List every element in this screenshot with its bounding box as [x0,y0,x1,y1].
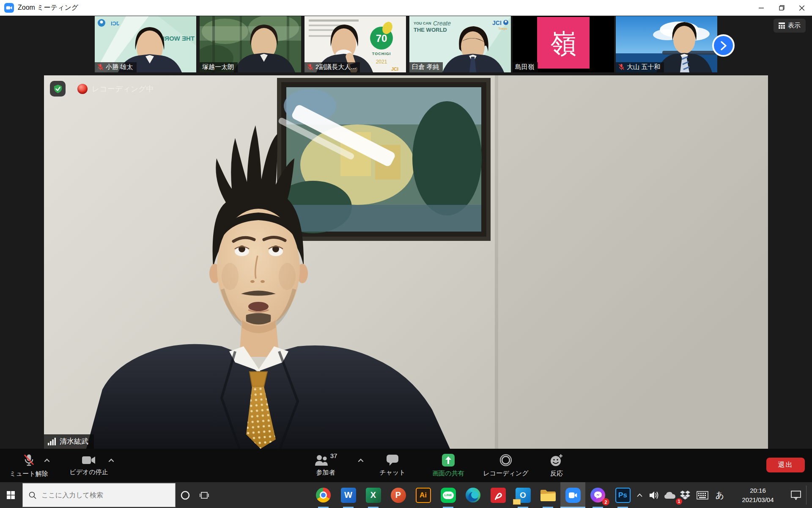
keyboard-icon [697,491,708,500]
restore-button[interactable] [771,0,792,16]
recording-indicator-dot [77,84,88,94]
main-speaker-video: レコーディング中 清水紘武 [44,75,768,449]
windows-taskbar: W X P Ai LINE O [0,482,812,508]
close-button[interactable] [792,0,812,16]
show-desktop-divider[interactable] [806,486,807,505]
windows-logo-icon [7,491,15,499]
clock-date: 2021/03/04 [742,495,774,505]
taskbar-app-messenger[interactable]: 2 [585,482,610,508]
muted-mic-icon [97,64,104,71]
participant-tile-fukugicho[interactable]: 70 TOCHIGI 2021 JCI 2副議長大人... [304,16,406,72]
minimize-button[interactable] [751,0,771,16]
banner-line1: YOU CAN [414,21,431,25]
taskbar-app-edge[interactable] [461,482,486,508]
acrobat-glyph [493,490,504,501]
window-titlebar: Zoom ミーティング [0,0,812,16]
taskbar-app-line[interactable]: LINE [436,482,461,508]
record-button[interactable]: レコーディング [476,449,535,482]
camera-icon [82,455,96,465]
avatar-character: 嶺 [550,29,576,58]
speaker-icon [650,491,660,500]
zoom-meeting-content: JCI THE WORLD 小勝 雄太 [0,16,812,449]
taskbar-app-excel[interactable]: X [361,482,386,508]
muted-mic-icon [618,64,625,71]
reactions-button[interactable]: 反応 [527,449,586,482]
start-button[interactable] [0,482,21,508]
muted-mic-icon [307,64,313,71]
taskbar-app-photoshop[interactable]: Ps [610,482,635,508]
chevron-right-icon [720,41,727,50]
action-center-button[interactable] [787,482,804,508]
zoom-camera-glyph [569,492,577,499]
participant-filmstrip: JCI THE WORLD 小勝 雄太 [0,16,812,74]
taskbar-search[interactable] [22,483,176,507]
tray-touch-keyboard-icon[interactable] [694,482,711,508]
task-view-button[interactable] [195,482,214,508]
tray-dropbox-icon[interactable]: 1 [678,482,693,508]
reactions-smiley-icon [550,454,563,467]
muted-mic-icon [23,453,35,467]
cortana-icon [180,490,190,500]
participant-name-tag: 臼倉 孝純 [409,62,443,72]
participant-tile-tsukagoshi[interactable]: 塚越一太朗 [200,16,301,72]
participants-icon [314,455,329,466]
taskbar-app-illustrator[interactable]: Ai [411,482,436,508]
taskbar-app-outlook[interactable]: O [510,482,535,508]
search-icon [29,491,36,499]
search-input[interactable] [41,491,160,499]
grid-view-icon [779,22,785,29]
chat-button[interactable]: チャット [363,449,422,482]
leave-meeting-button[interactable]: 退出 [766,458,805,472]
taskbar-app-zoom[interactable] [560,482,585,508]
participant-name-tag: 小勝 雄太 [95,62,137,72]
view-button[interactable]: 表示 [774,19,806,33]
speaker-name-tag: 清水紘武 [44,434,94,449]
tray-onedrive-icon[interactable] [662,482,678,508]
next-page-button[interactable] [712,34,735,57]
jci-logo-sub: Tokyo [498,27,507,30]
participant-tile-oyama[interactable]: 大山 五十和 [616,16,717,72]
folder-icon [540,489,556,502]
badge-70: 70 [376,33,387,44]
chat-bubble-icon [387,455,398,466]
participant-name-tag: 島田嶺 [513,62,538,72]
task-view-icon [200,491,209,500]
security-shield-icon[interactable] [50,81,66,97]
badge-year: 2021 [376,59,387,65]
taskbar-app-explorer[interactable] [535,482,560,508]
messenger-badge: 2 [602,498,609,505]
recording-label: レコーディング中 [92,84,154,94]
taskbar-app-acrobat[interactable] [486,482,510,508]
notification-icon [791,491,801,500]
participant-tile-usukura[interactable]: YOU CAN Create THE WORLD JCI Tokyo 臼倉 孝純 [409,16,511,72]
tray-volume-icon[interactable] [647,482,662,508]
record-icon [499,454,512,467]
jci-logo-mirrored: JCI [111,20,119,27]
dropbox-badge: 1 [676,498,682,505]
video-options-chevron[interactable] [108,456,114,464]
speaker-video-scene [44,75,768,449]
participants-count: 37 [330,452,337,459]
stop-video-button[interactable]: ビデオの停止 [63,449,115,482]
zoom-app-icon [4,3,14,13]
tray-ime-indicator[interactable]: あ [712,482,727,508]
unmute-button[interactable]: ミュート解除 [8,449,50,482]
zoom-control-toolbar: ミュート解除 ビデオの停止 37 参加者 [0,449,812,482]
participants-button[interactable]: 37 参加者 [296,449,355,482]
window-title: Zoom ミーティング [18,3,78,12]
taskbar-clock[interactable]: 20:16 2021/03/04 [729,482,787,508]
taskbar-app-word[interactable]: W [336,482,361,508]
share-screen-button[interactable]: 画面の共有 [419,449,478,482]
mic-options-chevron[interactable] [44,456,50,464]
dropbox-icon [680,491,690,500]
share-screen-icon [442,454,455,467]
meeting-status-indicators: レコーディング中 [50,81,154,97]
corner-jci-logo: JCI [391,66,398,72]
taskbar-app-chrome[interactable] [311,482,336,508]
participant-tile-shimada[interactable]: 嶺 島田嶺 [513,16,614,72]
taskbar-app-powerpoint[interactable]: P [386,482,411,508]
cortana-button[interactable] [176,482,194,508]
participant-tile-kokatsu[interactable]: JCI THE WORLD 小勝 雄太 [95,16,196,72]
tray-hidden-icons-chevron[interactable] [633,482,646,508]
clock-time: 20:16 [750,486,766,495]
